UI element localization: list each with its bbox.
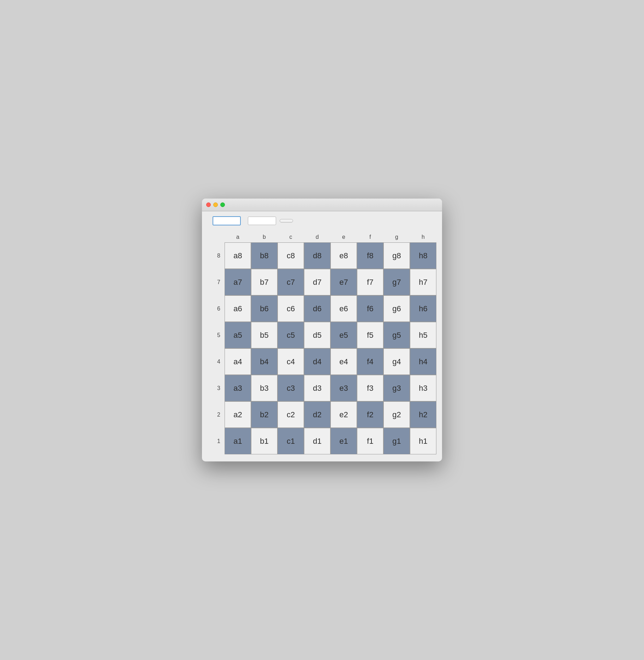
cell-d8[interactable]: d8 <box>304 242 330 269</box>
col-label-e: e <box>330 234 357 242</box>
board-row-3: 3a3b3c3d3e3f3g3h3 <box>209 375 436 401</box>
cell-a6[interactable]: a6 <box>225 295 251 322</box>
cell-c3[interactable]: c3 <box>278 375 304 401</box>
cell-e1[interactable]: e1 <box>330 428 357 454</box>
col-label-a: a <box>225 234 251 242</box>
board-row-5: 5a5b5c5d5e5f5g5h5 <box>209 322 436 348</box>
to-input[interactable] <box>248 217 276 225</box>
row-cells-3: a3b3c3d3e3f3g3h3 <box>225 375 436 401</box>
cell-g3[interactable]: g3 <box>383 375 410 401</box>
board-main-row: 8a8b8c8d8e8f8g8h87a7b7c7d7e7f7g7h76a6b6c… <box>209 242 436 454</box>
cell-b6[interactable]: b6 <box>251 295 278 322</box>
cell-g6[interactable]: g6 <box>383 295 410 322</box>
row-label-8: 8 <box>209 253 225 259</box>
cell-e2[interactable]: e2 <box>330 401 357 428</box>
cell-e7[interactable]: e7 <box>330 269 357 295</box>
maximize-button[interactable] <box>220 202 225 207</box>
cell-g5[interactable]: g5 <box>383 322 410 348</box>
cell-c7[interactable]: c7 <box>278 269 304 295</box>
cell-a8[interactable]: a8 <box>225 242 251 269</box>
cell-b8[interactable]: b8 <box>251 242 278 269</box>
cell-f2[interactable]: f2 <box>357 401 383 428</box>
cell-d3[interactable]: d3 <box>304 375 330 401</box>
board-row-8: 8a8b8c8d8e8f8g8h8 <box>209 242 436 269</box>
cell-f1[interactable]: f1 <box>357 428 383 454</box>
row-cells-4: a4b4c4d4e4f4g4h4 <box>225 348 436 375</box>
cell-f5[interactable]: f5 <box>357 322 383 348</box>
row-cells-1: a1b1c1d1e1f1g1h1 <box>225 428 436 454</box>
row-cells-7: a7b7c7d7e7f7g7h7 <box>225 269 436 295</box>
close-button[interactable] <box>206 202 211 207</box>
cell-e6[interactable]: e6 <box>330 295 357 322</box>
cell-c1[interactable]: c1 <box>278 428 304 454</box>
cell-b3[interactable]: b3 <box>251 375 278 401</box>
cell-e4[interactable]: e4 <box>330 348 357 375</box>
cell-f4[interactable]: f4 <box>357 348 383 375</box>
cell-a2[interactable]: a2 <box>225 401 251 428</box>
cell-c2[interactable]: c2 <box>278 401 304 428</box>
cell-f8[interactable]: f8 <box>357 242 383 269</box>
cell-d7[interactable]: d7 <box>304 269 330 295</box>
col-labels: abcdefgh <box>225 234 436 242</box>
cell-a3[interactable]: a3 <box>225 375 251 401</box>
cell-h1[interactable]: h1 <box>410 428 436 454</box>
cell-b2[interactable]: b2 <box>251 401 278 428</box>
cell-e5[interactable]: e5 <box>330 322 357 348</box>
cell-b5[interactable]: b5 <box>251 322 278 348</box>
cell-f7[interactable]: f7 <box>357 269 383 295</box>
board-row-2: 2a2b2c2d2e2f2g2h2 <box>209 401 436 428</box>
app-window: abcdefgh 8a8b8c8d8e8f8g8h87a7b7c7d7e7f7g… <box>202 199 442 461</box>
cell-h2[interactable]: h2 <box>410 401 436 428</box>
toolbar <box>202 211 442 230</box>
row-cells-8: a8b8c8d8e8f8g8h8 <box>225 242 436 269</box>
cell-c5[interactable]: c5 <box>278 322 304 348</box>
cell-g4[interactable]: g4 <box>383 348 410 375</box>
cell-f6[interactable]: f6 <box>357 295 383 322</box>
cell-g2[interactable]: g2 <box>383 401 410 428</box>
cell-b1[interactable]: b1 <box>251 428 278 454</box>
traffic-lights <box>206 202 225 207</box>
col-label-d: d <box>304 234 330 242</box>
cell-d2[interactable]: d2 <box>304 401 330 428</box>
cell-e8[interactable]: e8 <box>330 242 357 269</box>
row-cells-6: a6b6c6d6e6f6g6h6 <box>225 295 436 322</box>
from-input[interactable] <box>213 216 241 225</box>
cell-h7[interactable]: h7 <box>410 269 436 295</box>
cell-c8[interactable]: c8 <box>278 242 304 269</box>
cell-d6[interactable]: d6 <box>304 295 330 322</box>
cell-d1[interactable]: d1 <box>304 428 330 454</box>
move-button[interactable] <box>280 219 293 223</box>
row-cells-5: a5b5c5d5e5f5g5h5 <box>225 322 436 348</box>
col-label-h: h <box>410 234 436 242</box>
board-row-1: 1a1b1c1d1e1f1g1h1 <box>209 428 436 454</box>
board-row-7: 7a7b7c7d7e7f7g7h7 <box>209 269 436 295</box>
cell-g1[interactable]: g1 <box>383 428 410 454</box>
board-with-rows: 8a8b8c8d8e8f8g8h87a7b7c7d7e7f7g7h76a6b6c… <box>209 242 436 454</box>
cell-a4[interactable]: a4 <box>225 348 251 375</box>
row-label-7: 7 <box>209 279 225 285</box>
cell-b4[interactable]: b4 <box>251 348 278 375</box>
board-area: abcdefgh 8a8b8c8d8e8f8g8h87a7b7c7d7e7f7g… <box>202 230 442 461</box>
cell-d5[interactable]: d5 <box>304 322 330 348</box>
cell-g7[interactable]: g7 <box>383 269 410 295</box>
cell-a1[interactable]: a1 <box>225 428 251 454</box>
cell-h6[interactable]: h6 <box>410 295 436 322</box>
cell-h5[interactable]: h5 <box>410 322 436 348</box>
cell-c6[interactable]: c6 <box>278 295 304 322</box>
row-label-3: 3 <box>209 385 225 391</box>
cell-h3[interactable]: h3 <box>410 375 436 401</box>
cell-h8[interactable]: h8 <box>410 242 436 269</box>
cell-g8[interactable]: g8 <box>383 242 410 269</box>
minimize-button[interactable] <box>213 202 218 207</box>
cell-h4[interactable]: h4 <box>410 348 436 375</box>
cell-a7[interactable]: a7 <box>225 269 251 295</box>
cell-e3[interactable]: e3 <box>330 375 357 401</box>
cell-c4[interactable]: c4 <box>278 348 304 375</box>
col-label-g: g <box>383 234 410 242</box>
cell-d4[interactable]: d4 <box>304 348 330 375</box>
cell-f3[interactable]: f3 <box>357 375 383 401</box>
cell-b7[interactable]: b7 <box>251 269 278 295</box>
board-row-6: 6a6b6c6d6e6f6g6h6 <box>209 295 436 322</box>
cell-a5[interactable]: a5 <box>225 322 251 348</box>
row-cells-2: a2b2c2d2e2f2g2h2 <box>225 401 436 428</box>
